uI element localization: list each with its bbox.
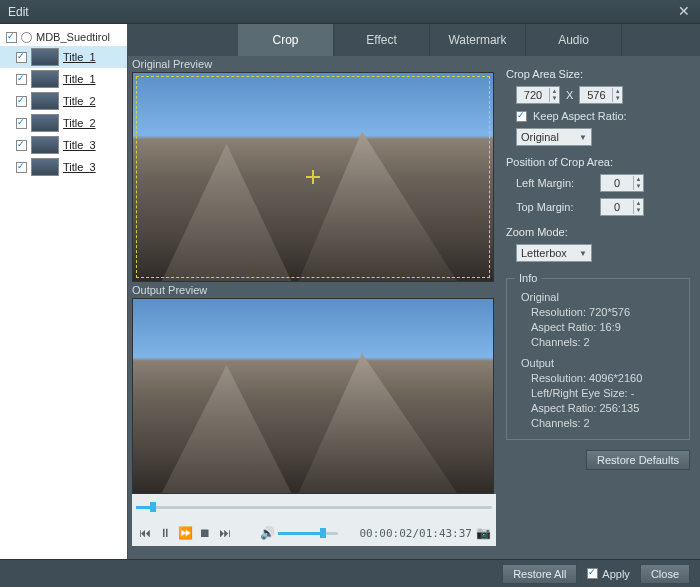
left-margin-input[interactable]: ▲▼ <box>600 174 644 192</box>
aspect-select[interactable]: Original▼ <box>516 128 592 146</box>
main-area: MDB_Suedtirol Title_1Title_1Title_2Title… <box>0 24 700 559</box>
playback-controls: ⏮ ⏸ ⏩ ⏹ ⏭ 🔊 00:00:02/01:43:37 📷 <box>132 520 496 546</box>
size-sep: X <box>566 89 573 101</box>
chevron-down-icon: ▼ <box>579 133 587 142</box>
apply-checkbox-row[interactable]: Apply <box>587 568 630 580</box>
checkbox-icon[interactable] <box>16 74 27 85</box>
tab-effect[interactable]: Effect <box>334 24 430 56</box>
info-group: Info Original Resolution: 720*576 Aspect… <box>506 272 690 440</box>
tree-item[interactable]: Title_3 <box>0 156 127 178</box>
original-preview[interactable] <box>132 72 494 282</box>
timecode: 00:00:02/01:43:37 <box>359 527 472 540</box>
output-preview <box>132 298 494 494</box>
sidebar: MDB_Suedtirol Title_1Title_1Title_2Title… <box>0 24 128 559</box>
keep-aspect-checkbox[interactable] <box>516 111 527 122</box>
checkbox-icon[interactable] <box>16 162 27 173</box>
crop-size-label: Crop Area Size: <box>506 68 690 80</box>
pause-icon[interactable]: ⏸ <box>156 524 174 542</box>
original-preview-label: Original Preview <box>132 56 496 72</box>
thumbnail <box>31 48 59 66</box>
skip-back-icon[interactable]: ⏮ <box>136 524 154 542</box>
chevron-down-icon: ▼ <box>579 249 587 258</box>
tab-audio[interactable]: Audio <box>526 24 622 56</box>
info-original-label: Original <box>521 290 681 305</box>
volume-icon[interactable]: 🔊 <box>258 524 276 542</box>
tree-item[interactable]: Title_1 <box>0 68 127 90</box>
apply-label: Apply <box>602 568 630 580</box>
tree-item-label: Title_1 <box>63 73 96 85</box>
checkbox-icon[interactable] <box>16 52 27 63</box>
stop-icon[interactable]: ⏹ <box>196 524 214 542</box>
close-icon[interactable]: ✕ <box>676 4 692 20</box>
thumbnail <box>31 92 59 110</box>
restore-defaults-button[interactable]: Restore Defaults <box>586 450 690 470</box>
tree-item-label: Title_2 <box>63 117 96 129</box>
tree-item-label: Title_2 <box>63 95 96 107</box>
crosshair-icon <box>306 170 320 184</box>
tree-item[interactable]: Title_2 <box>0 112 127 134</box>
tree-item[interactable]: Title_3 <box>0 134 127 156</box>
titlebar: Edit ✕ <box>0 0 700 24</box>
info-output-label: Output <box>521 356 681 371</box>
thumbnail <box>31 136 59 154</box>
preview-column: Original Preview Output Preview ⏮ <box>128 56 496 559</box>
checkbox-icon[interactable] <box>16 96 27 107</box>
output-preview-label: Output Preview <box>132 282 496 298</box>
thumbnail <box>31 114 59 132</box>
volume-slider[interactable] <box>278 525 338 541</box>
tree-item-label: Title_1 <box>63 51 96 63</box>
tree-item[interactable]: Title_1 <box>0 46 127 68</box>
seek-slider[interactable] <box>136 499 492 515</box>
tab-watermark[interactable]: Watermark <box>430 24 526 56</box>
project-name: MDB_Suedtirol <box>36 31 110 43</box>
step-icon[interactable]: ⏭ <box>216 524 234 542</box>
thumbnail <box>31 70 59 88</box>
checkbox-icon[interactable] <box>587 568 598 579</box>
info-legend: Info <box>515 272 541 284</box>
footer: Restore All Apply Close <box>0 559 700 587</box>
work-row: Original Preview Output Preview ⏮ <box>128 56 700 559</box>
circle-icon[interactable] <box>21 32 32 43</box>
restore-all-button[interactable]: Restore All <box>502 564 577 584</box>
tree-item-label: Title_3 <box>63 161 96 173</box>
crop-width-input[interactable]: ▲▼ <box>516 86 560 104</box>
crop-height-input[interactable]: ▲▼ <box>579 86 623 104</box>
thumbnail <box>31 158 59 176</box>
close-button[interactable]: Close <box>640 564 690 584</box>
top-margin-label: Top Margin: <box>516 201 594 213</box>
checkbox-icon[interactable] <box>6 32 17 43</box>
window-title: Edit <box>8 5 676 19</box>
seek-row <box>132 494 496 520</box>
content-area: CropEffectWatermarkAudio Original Previe… <box>128 24 700 559</box>
properties-panel: Crop Area Size: ▲▼ X ▲▼ Keep Aspect Rati… <box>496 56 700 559</box>
tab-bar: CropEffectWatermarkAudio <box>128 24 700 56</box>
zoom-mode-label: Zoom Mode: <box>506 226 690 238</box>
left-margin-label: Left Margin: <box>516 177 594 189</box>
preview-image <box>133 299 493 493</box>
checkbox-icon[interactable] <box>16 140 27 151</box>
project-row[interactable]: MDB_Suedtirol <box>0 28 127 46</box>
tree-item-label: Title_3 <box>63 139 96 151</box>
zoom-select[interactable]: Letterbox▼ <box>516 244 592 262</box>
tab-crop[interactable]: Crop <box>238 24 334 56</box>
checkbox-icon[interactable] <box>16 118 27 129</box>
keep-aspect-label: Keep Aspect Ratio: <box>533 110 627 122</box>
tree-item[interactable]: Title_2 <box>0 90 127 112</box>
crop-position-label: Position of Crop Area: <box>506 156 690 168</box>
top-margin-input[interactable]: ▲▼ <box>600 198 644 216</box>
fast-forward-icon[interactable]: ⏩ <box>176 524 194 542</box>
snapshot-icon[interactable]: 📷 <box>474 524 492 542</box>
